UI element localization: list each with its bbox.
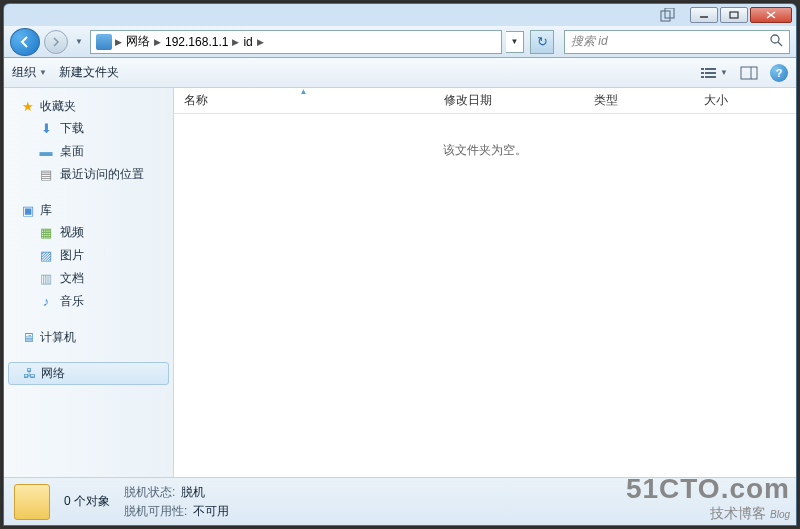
close-button[interactable] [750,7,792,23]
new-folder-button[interactable]: 新建文件夹 [59,64,119,81]
svg-point-6 [771,35,779,43]
offline-avail-label: 脱机可用性: [124,503,187,520]
svg-rect-10 [701,72,704,74]
copy-icon[interactable] [656,7,680,23]
sidebar-downloads[interactable]: ⬇下载 [4,117,173,140]
back-button[interactable] [10,28,40,56]
offline-status-value: 脱机 [181,484,205,501]
offline-avail-value: 不可用 [193,503,229,520]
svg-line-7 [778,42,782,46]
sidebar-recent[interactable]: ▤最近访问的位置 [4,163,173,186]
col-name[interactable]: 名称▲ [174,88,434,113]
col-type[interactable]: 类型 [584,88,694,113]
sidebar-video[interactable]: ▦视频 [4,221,173,244]
breadcrumb-segment[interactable]: id [239,35,256,49]
chevron-right-icon[interactable]: ▶ [232,37,239,47]
toolbar: 组织▼ 新建文件夹 ▼ ? [4,58,796,88]
video-icon: ▦ [38,225,54,241]
view-options[interactable]: ▼ [700,66,728,80]
titlebar [4,4,796,26]
help-button[interactable]: ? [770,64,788,82]
search-icon[interactable] [769,33,783,50]
svg-rect-14 [741,67,757,79]
svg-rect-13 [705,76,716,78]
forward-button[interactable] [44,30,68,54]
chevron-right-icon[interactable]: ▶ [154,37,161,47]
network-icon: 🖧 [21,366,37,382]
folder-large-icon [14,484,50,520]
chevron-down-icon: ▼ [720,68,728,77]
sidebar-documents[interactable]: ▥文档 [4,267,173,290]
search-input[interactable]: 搜索 id [564,30,790,54]
sidebar-library[interactable]: ▣库 [4,200,173,221]
explorer-window: ▼ ▶ 网络 ▶ 192.168.1.1 ▶ id ▶ ▼ ↻ 搜索 id 组织… [3,3,797,526]
svg-rect-3 [730,12,738,18]
content-area: 名称▲ 修改日期 类型 大小 该文件夹为空。 [174,88,796,477]
breadcrumb-segment[interactable]: 网络 [122,33,154,50]
sidebar-pictures[interactable]: ▨图片 [4,244,173,267]
breadcrumb-segment[interactable]: 192.168.1.1 [161,35,232,49]
document-icon: ▥ [38,271,54,287]
col-size[interactable]: 大小 [694,88,796,113]
chevron-right-icon[interactable]: ▶ [257,37,264,47]
sidebar-network[interactable]: 🖧网络 [8,362,169,385]
svg-rect-9 [705,68,716,70]
recent-icon: ▤ [38,167,54,183]
object-count: 0 个对象 [64,493,110,510]
address-dropdown[interactable]: ▼ [506,31,524,53]
sidebar: ★收藏夹 ⬇下载 ▬桌面 ▤最近访问的位置 ▣库 ▦视频 ▨图片 ▥文档 ♪音乐… [4,88,174,477]
picture-icon: ▨ [38,248,54,264]
computer-icon: 🖥 [20,330,36,346]
star-icon: ★ [20,99,36,115]
maximize-button[interactable] [720,7,748,23]
sidebar-favorites[interactable]: ★收藏夹 [4,96,173,117]
svg-rect-12 [701,76,704,78]
nav-bar: ▼ ▶ 网络 ▶ 192.168.1.1 ▶ id ▶ ▼ ↻ 搜索 id [4,26,796,58]
chevron-down-icon: ▼ [39,68,47,77]
col-modified[interactable]: 修改日期 [434,88,584,113]
library-icon: ▣ [20,203,36,219]
offline-status-label: 脱机状态: [124,484,175,501]
download-icon: ⬇ [38,121,54,137]
body: ★收藏夹 ⬇下载 ▬桌面 ▤最近访问的位置 ▣库 ▦视频 ▨图片 ▥文档 ♪音乐… [4,88,796,477]
music-icon: ♪ [38,294,54,310]
search-placeholder: 搜索 id [571,33,608,50]
svg-rect-8 [701,68,704,70]
refresh-button[interactable]: ↻ [530,30,554,54]
chevron-right-icon[interactable]: ▶ [115,37,122,47]
empty-message: 该文件夹为空。 [174,114,796,477]
minimize-button[interactable] [690,7,718,23]
svg-rect-11 [705,72,716,74]
history-dropdown[interactable]: ▼ [72,32,86,52]
sort-indicator-icon: ▲ [300,88,308,96]
status-bar: 0 个对象 脱机状态:脱机 脱机可用性:不可用 [4,477,796,525]
column-headers: 名称▲ 修改日期 类型 大小 [174,88,796,114]
desktop-icon: ▬ [38,144,54,160]
sidebar-desktop[interactable]: ▬桌面 [4,140,173,163]
organize-menu[interactable]: 组织▼ [12,64,47,81]
sidebar-computer[interactable]: 🖥计算机 [4,327,173,348]
sidebar-music[interactable]: ♪音乐 [4,290,173,313]
address-bar[interactable]: ▶ 网络 ▶ 192.168.1.1 ▶ id ▶ [90,30,502,54]
preview-pane-button[interactable] [738,63,760,83]
location-icon [96,34,112,50]
